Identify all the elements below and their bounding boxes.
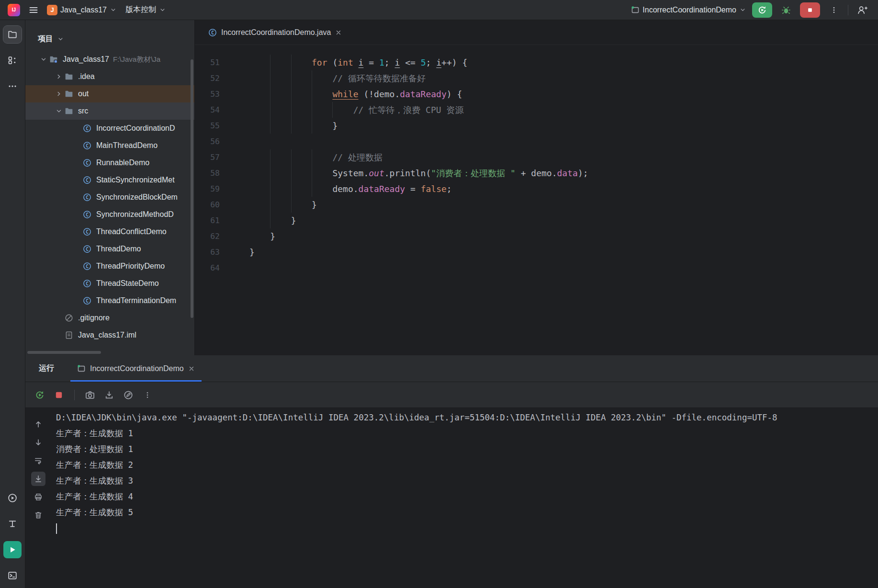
line-number[interactable]: 63: [195, 244, 220, 260]
console-softwrap-button[interactable]: [31, 453, 45, 468]
line-number[interactable]: 60: [195, 197, 220, 213]
tree-item-threadterminationdem[interactable]: CThreadTerminationDem: [25, 292, 194, 309]
tree-item-threaddemo[interactable]: CThreadDemo: [25, 240, 194, 258]
editor-tab[interactable]: C IncorrectCoordinationDemo.java: [201, 20, 349, 45]
tree-item-synchronizedmethodd[interactable]: CSynchronizedMethodD: [25, 206, 194, 223]
tree-item--idea[interactable]: .idea: [25, 68, 194, 85]
run-tab[interactable]: IncorrectCoordinationDemo: [70, 355, 202, 382]
close-tab-icon[interactable]: [335, 29, 342, 36]
tree-item-synchronizedblockdem[interactable]: CSynchronizedBlockDem: [25, 189, 194, 206]
tree-item-incorrectcoordinationd[interactable]: CIncorrectCoordinationD: [25, 120, 194, 137]
code-token: }: [291, 215, 296, 226]
code-token: (: [327, 57, 338, 68]
chevron-down-icon: [159, 6, 166, 13]
close-tab-icon[interactable]: [188, 365, 195, 372]
tool-button-terminal[interactable]: [3, 567, 22, 584]
tree-item-java-class17[interactable]: Java_class17F:\Java教材\Ja: [25, 51, 194, 68]
stop-button[interactable]: [800, 2, 820, 18]
code-token: }: [249, 247, 255, 257]
scrollend-icon: [34, 475, 43, 483]
tree-item-staticsynchronizedmet[interactable]: CStaticSynchronizedMet: [25, 171, 194, 189]
console-print-button[interactable]: [31, 490, 45, 504]
line-number[interactable]: 58: [195, 165, 220, 181]
chevron-right-icon[interactable]: [53, 90, 65, 98]
console-down-button[interactable]: [31, 435, 45, 450]
code-area[interactable]: 51for (int i = 1; i <= 5; i++) {52// 循环等…: [195, 45, 878, 355]
code-line: 55}: [195, 118, 878, 134]
console-up-button[interactable]: [31, 417, 45, 431]
more-vertical-icon: [830, 6, 838, 14]
toolbar-edit-button[interactable]: [121, 387, 136, 403]
vcs-widget[interactable]: 版本控制: [125, 5, 166, 15]
tool-button-structure[interactable]: [3, 52, 22, 69]
code-token: (!demo.: [359, 89, 400, 99]
line-number[interactable]: 61: [195, 213, 220, 228]
project-widget[interactable]: J Java_class17: [47, 5, 117, 15]
svg-text:C: C: [86, 229, 89, 235]
line-number[interactable]: 53: [195, 86, 220, 102]
tree-item-label: RunnableDemo: [96, 158, 149, 167]
project-name: Java_class17: [60, 6, 107, 14]
code-line-text: demo.dataReady = false;: [249, 181, 452, 197]
tool-button-run-tool[interactable]: [3, 541, 22, 558]
tool-button-project-folder[interactable]: [3, 26, 22, 43]
titlebar-more-button[interactable]: [826, 2, 842, 18]
code-token: }: [332, 121, 338, 131]
console-clear-button[interactable]: [31, 508, 45, 522]
tree-item-threadstatedemo[interactable]: CThreadStateDemo: [25, 275, 194, 292]
line-number[interactable]: 54: [195, 102, 220, 118]
tree-item-src[interactable]: src: [25, 102, 194, 120]
toolbar-stop-button[interactable]: [51, 387, 67, 403]
project-root-path: F:\Java教材\Ja: [113, 55, 160, 64]
add-user-button[interactable]: [854, 2, 870, 18]
line-number[interactable]: 56: [195, 134, 220, 149]
code-line-text: while (!demo.dataReady) {: [249, 86, 462, 102]
console: D:\IDEA\JDK\bin\java.exe "-javaagent:D:\…: [25, 408, 878, 588]
indent-guide: [270, 149, 291, 165]
hierarchy-icon: [8, 519, 17, 529]
code-line-text: }: [249, 244, 255, 260]
line-number[interactable]: 51: [195, 55, 220, 70]
toolbar-camera-button[interactable]: [82, 387, 98, 403]
line-number[interactable]: 52: [195, 70, 220, 86]
debug-button[interactable]: [778, 2, 794, 18]
tool-button-services[interactable]: [3, 489, 22, 507]
indent-guide: [312, 86, 332, 102]
project-tree-vertical-scrollbar[interactable]: [191, 59, 193, 318]
project-tree-horizontal-scrollbar[interactable]: [27, 351, 101, 354]
chevron-down-icon[interactable]: [53, 107, 65, 115]
line-number[interactable]: 59: [195, 181, 220, 197]
line-number[interactable]: 57: [195, 149, 220, 165]
toolbar-export-button[interactable]: [101, 387, 117, 403]
line-number[interactable]: 62: [195, 228, 220, 244]
line-number[interactable]: 64: [195, 260, 220, 276]
tree-item-runnabledemo[interactable]: CRunnableDemo: [25, 154, 194, 171]
indent-guide: [249, 102, 270, 118]
folder-icon: [65, 107, 77, 115]
rerun-button[interactable]: [752, 2, 772, 18]
toolstrip-top: [3, 26, 22, 95]
camera-icon: [85, 390, 95, 400]
indent-guide: [291, 86, 312, 102]
indent-guide: [270, 118, 291, 134]
run-config-widget[interactable]: IncorrectCoordinationDemo: [631, 6, 746, 14]
console-output[interactable]: D:\IDEA\JDK\bin\java.exe "-javaagent:D:\…: [56, 408, 878, 588]
project-folder-icon: [8, 30, 17, 39]
vcs-label: 版本控制: [125, 5, 156, 15]
chevron-down-icon[interactable]: [38, 56, 49, 63]
project-panel-header[interactable]: 项目: [25, 20, 194, 51]
tool-button-hierarchy[interactable]: [3, 515, 22, 532]
tree-item-threadconflictdemo[interactable]: CThreadConflictDemo: [25, 223, 194, 240]
tree-item-threadprioritydemo[interactable]: CThreadPriorityDemo: [25, 258, 194, 275]
line-number[interactable]: 55: [195, 118, 220, 134]
toolbar-rerun-button[interactable]: [32, 387, 47, 403]
console-scrollend-button[interactable]: [31, 472, 45, 486]
tree-item-mainthreaddemo[interactable]: CMainThreadDemo: [25, 137, 194, 154]
toolbar-more-v-button[interactable]: [140, 387, 155, 403]
tool-button-more[interactable]: [3, 78, 22, 95]
tree-item--gitignore[interactable]: .gitignore: [25, 309, 194, 327]
menu-icon[interactable]: [29, 5, 38, 15]
tree-item-java-class17-iml[interactable]: Java_class17.iml: [25, 327, 194, 344]
tree-item-out[interactable]: out: [25, 85, 194, 102]
chevron-right-icon[interactable]: [53, 73, 65, 80]
